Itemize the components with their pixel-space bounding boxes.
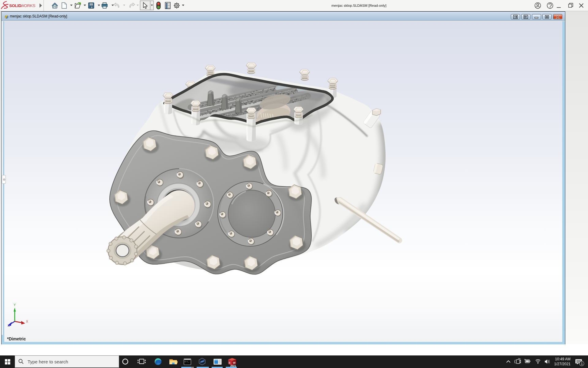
svg-text:1: 1 [581,362,583,366]
svg-text:W: W [233,361,236,364]
svg-text:C:\_: C:\_ [185,361,189,363]
svg-text:S: S [229,361,231,364]
svg-text:SOLID: SOLID [9,3,21,8]
svg-text:WORKS: WORKS [20,3,35,8]
